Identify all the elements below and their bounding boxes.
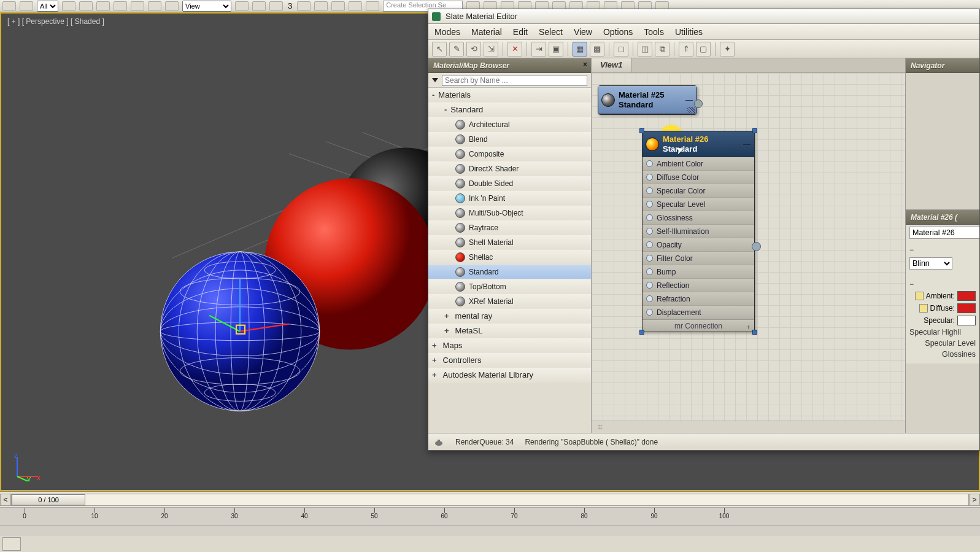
tree-group-mentalray[interactable]: mental ray [428,309,591,324]
menu-material[interactable]: Material [471,27,502,37]
put-icon[interactable]: ⇲ [484,42,498,56]
basic-params-group-header[interactable] [906,279,979,290]
slate-material-editor-window[interactable]: Slate Material Editor Modes Material Edi… [428,9,980,451]
view-dropdown[interactable]: View [182,1,231,12]
menu-view[interactable]: View [574,27,592,37]
material-type-shell-material[interactable]: Shell Material [428,235,591,250]
material-node-25[interactable]: Material #25 Standard — [598,85,697,115]
input-slot-refraction[interactable]: Refraction [642,292,754,306]
view-icon[interactable]: ▢ [696,42,711,56]
input-slot-specular-color[interactable]: Specular Color [642,184,754,198]
tool-icon[interactable] [79,1,93,11]
scroll-left-button[interactable]: < [0,494,11,506]
input-slot-glossiness[interactable]: Glossiness [642,211,754,225]
tool-icon[interactable] [252,1,266,11]
assign-icon[interactable]: ⟲ [466,42,481,56]
input-slot-specular-level[interactable]: Specular Level [642,198,754,211]
material-type-standard[interactable]: Standard [428,265,591,279]
selection-handle[interactable] [752,330,757,335]
menu-modes[interactable]: Modes [434,27,460,37]
selection-handle[interactable] [752,128,757,133]
tree-group-metasl[interactable]: MetaSL [428,324,591,338]
lock-icon[interactable] [915,292,924,300]
show-map-icon[interactable]: ▦ [573,42,587,56]
material-type-composite[interactable]: Composite [428,147,591,161]
zoom-extents-icon[interactable]: ⌗ [598,422,603,432]
input-slot-opacity[interactable]: Opacity [642,238,754,252]
status-icon[interactable] [2,537,21,551]
resize-handle-icon[interactable] [687,107,695,113]
tool-icon[interactable] [331,1,345,11]
input-slot-ambient-color[interactable]: Ambient Color [642,157,754,171]
input-port[interactable] [646,268,653,275]
tree-group-autodesk[interactable]: Autodesk Material Library [428,368,591,383]
material-type-xref-material[interactable]: XRef Material [428,294,591,309]
filter-dropdown[interactable]: All [37,1,58,12]
menu-tools[interactable]: Tools [644,27,664,37]
move-children-icon[interactable]: ⇥ [531,42,546,56]
node-footer[interactable]: mr Connection + [642,319,754,332]
close-icon[interactable]: × [583,60,587,69]
input-port[interactable] [646,228,653,235]
tool-icon[interactable] [2,1,16,11]
tool-icon[interactable] [235,1,249,11]
slate-titlebar[interactable]: Slate Material Editor [428,9,979,24]
time-slider-thumb[interactable]: 0 / 100 [12,494,85,505]
tool-icon[interactable] [165,1,179,11]
input-port[interactable] [646,187,653,194]
input-slot-bump[interactable]: Bump [642,265,754,279]
selection-handle[interactable] [639,128,644,133]
tool-icon[interactable] [349,1,362,11]
arrow-tool-icon[interactable]: ↖ [432,42,447,56]
tab-view1[interactable]: View1 [592,58,631,72]
specular-color-swatch[interactable] [957,316,976,325]
preview3-icon[interactable]: ⧉ [655,42,669,56]
input-port[interactable] [646,201,653,208]
tool-icon[interactable] [114,1,127,11]
preview2-icon[interactable]: ◫ [638,42,652,56]
material-type-architectural[interactable]: Architectural [428,117,591,132]
material-name-field[interactable] [909,227,979,239]
shader-group-header[interactable] [906,244,979,255]
input-port[interactable] [646,160,653,167]
scroll-right-button[interactable]: > [969,494,980,506]
options-dropdown-icon[interactable] [432,78,438,82]
selection-handle[interactable] [639,330,644,335]
ambient-color-swatch[interactable] [957,291,976,301]
material-node-26[interactable]: Material #26 Standard — Ambient ColorDif… [642,131,755,332]
material-type-ink-n-paint[interactable]: Ink 'n Paint [428,191,591,206]
material-type-double-sided[interactable]: Double Sided [428,176,591,191]
input-slot-diffuse-color[interactable]: Diffuse Color [642,171,754,184]
input-slot-displacement[interactable]: Displacement [642,306,754,319]
input-slot-self-illumination[interactable]: Self-Illumination [642,225,754,238]
select-parent-icon[interactable]: ⇑ [679,42,693,56]
material-editor-icon[interactable]: ✦ [720,42,735,56]
collapse-icon[interactable]: — [743,140,751,149]
input-port[interactable] [646,241,653,248]
lock-icon[interactable] [919,304,928,313]
input-port[interactable] [646,174,653,181]
material-type-top-bottom[interactable]: Top/Bottom [428,279,591,294]
layout-icon[interactable]: ▣ [549,42,563,56]
tree-group-standard[interactable]: Standard [428,103,591,117]
menu-select[interactable]: Select [539,27,563,37]
navigator-canvas[interactable] [906,73,979,209]
tool-icon[interactable] [148,1,161,11]
tool-icon[interactable] [20,1,33,11]
tree-group-materials[interactable]: Materials [428,88,591,103]
tool-icon[interactable] [297,1,311,11]
input-port[interactable] [646,295,653,302]
shader-dropdown[interactable]: Blinn [909,257,952,270]
tree-group-controllers[interactable]: Controllers [428,353,591,368]
tool-icon[interactable] [269,1,283,11]
material-type-blend[interactable]: Blend [428,132,591,147]
browser-tree[interactable]: Materials Standard ArchitecturalBlendCom… [428,88,591,433]
output-port[interactable] [694,99,703,108]
time-slider[interactable]: < 0 / 100 > [0,492,980,508]
material-type-raytrace[interactable]: Raytrace [428,220,591,235]
input-port[interactable] [646,214,653,221]
preview1-icon[interactable]: ◻ [614,42,628,56]
material-type-directx-shader[interactable]: DirectX Shader [428,161,591,176]
input-slot-filter-color[interactable]: Filter Color [642,252,754,265]
menu-utilities[interactable]: Utilities [675,27,703,37]
